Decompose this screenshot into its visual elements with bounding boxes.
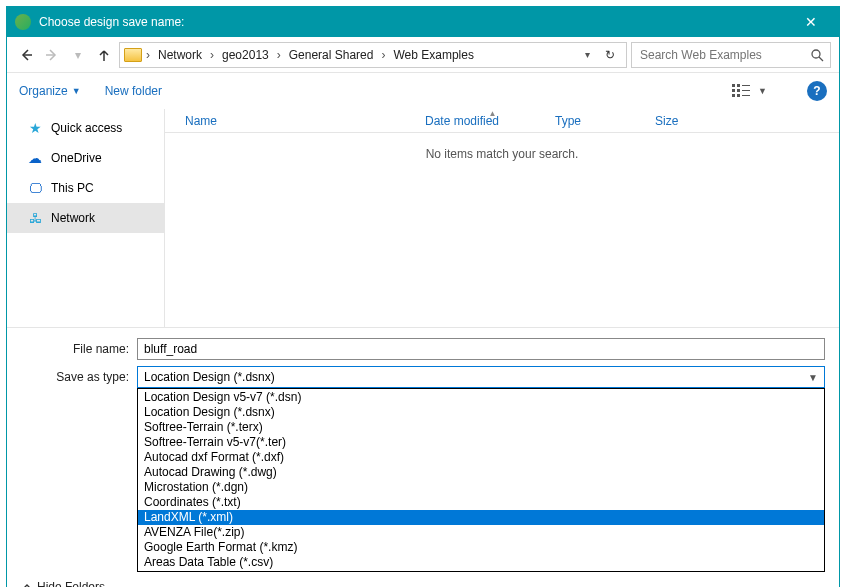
svg-rect-4 (737, 84, 740, 87)
format-option[interactable]: Microstation (*.dgn) (138, 480, 824, 495)
col-size[interactable]: Size (655, 114, 745, 128)
tree-network[interactable]: 🖧 Network (7, 203, 164, 233)
new-folder-button[interactable]: New folder (105, 84, 162, 98)
dialog-title: Choose design save name: (39, 15, 791, 29)
format-option[interactable]: AVENZA File(*.zip) (138, 525, 824, 540)
view-options-button[interactable]: ▼ (732, 83, 767, 99)
search-icon[interactable] (810, 48, 824, 62)
tree-onedrive[interactable]: ☁ OneDrive (7, 143, 164, 173)
chevron-down-icon: ▼ (808, 372, 818, 383)
refresh-icon[interactable]: ↻ (598, 48, 622, 62)
svg-point-0 (812, 50, 820, 58)
forward-button[interactable] (41, 44, 63, 66)
chevron-down-icon: ▼ (72, 86, 81, 96)
tree-this-pc[interactable]: 🖵 This PC (7, 173, 164, 203)
sort-ascending-icon: ▲ (489, 109, 497, 118)
organize-button[interactable]: Organize▼ (19, 84, 81, 98)
format-option[interactable]: Google Earth Format (*.kmz) (138, 540, 824, 555)
search-box[interactable] (631, 42, 831, 68)
svg-rect-7 (742, 85, 750, 86)
svg-rect-5 (737, 89, 740, 92)
saveas-combo[interactable]: Location Design (*.dsnx) ▼ (137, 366, 825, 388)
help-button[interactable]: ? (807, 81, 827, 101)
format-option[interactable]: Autocad Drawing (*.dwg) (138, 465, 824, 480)
format-option[interactable]: Autocad dxf Format (*.dxf) (138, 450, 824, 465)
chevron-down-icon: ▼ (758, 86, 767, 96)
format-option[interactable]: Softree-Terrain v5-v7(*.ter) (138, 435, 824, 450)
crumb-general-shared[interactable]: General Shared (285, 46, 378, 64)
cloud-icon: ☁ (27, 150, 43, 166)
svg-rect-3 (732, 94, 735, 97)
nav-tree: ★ Quick access ☁ OneDrive 🖵 This PC 🖧 Ne… (7, 109, 165, 327)
file-list: ▲ Name Date modified Type Size No items … (165, 109, 839, 327)
filename-input[interactable] (137, 338, 825, 360)
saveas-dropdown: Location Design v5-v7 (*.dsn)Location De… (137, 388, 825, 572)
star-icon: ★ (27, 120, 43, 136)
tree-quick-access[interactable]: ★ Quick access (7, 113, 164, 143)
format-option[interactable]: Location Design (*.dsnx) (138, 405, 824, 420)
saveas-label: Save as type: (21, 370, 137, 384)
nav-bar: ▾ › Network › geo2013 › General Shared ›… (7, 37, 839, 73)
titlebar: Choose design save name: ✕ (7, 7, 839, 37)
network-icon: 🖧 (27, 210, 43, 226)
col-name[interactable]: Name (165, 114, 425, 128)
column-headers: Name Date modified Type Size (165, 109, 839, 133)
crumb-network[interactable]: Network (154, 46, 206, 64)
recent-dropdown[interactable]: ▾ (67, 44, 89, 66)
body: ★ Quick access ☁ OneDrive 🖵 This PC 🖧 Ne… (7, 109, 839, 327)
svg-rect-8 (742, 90, 750, 91)
chevron-right-icon: › (144, 48, 152, 62)
address-bar[interactable]: › Network › geo2013 › General Shared › W… (119, 42, 627, 68)
chevron-right-icon: › (379, 48, 387, 62)
format-option[interactable]: Coordinates (*.txt) (138, 495, 824, 510)
svg-rect-9 (742, 95, 750, 96)
format-option[interactable]: LandXML (*.xml) (138, 510, 824, 525)
close-icon[interactable]: ✕ (791, 14, 831, 30)
chevron-right-icon: › (275, 48, 283, 62)
col-type[interactable]: Type (555, 114, 655, 128)
format-option[interactable]: Location Design v5-v7 (*.dsn) (138, 390, 824, 405)
format-option[interactable]: Areas Data Table (*.csv) (138, 555, 824, 570)
address-dropdown-icon[interactable]: ▾ (585, 49, 590, 60)
svg-rect-2 (732, 89, 735, 92)
hide-folders-button[interactable]: Hide Folders (21, 580, 105, 587)
filename-label: File name: (21, 342, 137, 356)
toolbar: Organize▼ New folder ▼ ? (7, 73, 839, 109)
app-icon (15, 14, 31, 30)
svg-rect-1 (732, 84, 735, 87)
back-button[interactable] (15, 44, 37, 66)
format-option[interactable]: Softree-Terrain (*.terx) (138, 420, 824, 435)
monitor-icon: 🖵 (27, 180, 43, 196)
search-input[interactable] (638, 47, 810, 63)
save-dialog: Choose design save name: ✕ ▾ › Network ›… (6, 6, 840, 587)
up-button[interactable] (93, 44, 115, 66)
chevron-right-icon: › (208, 48, 216, 62)
crumb-web-examples[interactable]: Web Examples (389, 46, 477, 64)
dropdown-list[interactable]: Location Design v5-v7 (*.dsn)Location De… (137, 388, 825, 572)
empty-message: No items match your search. (165, 133, 839, 161)
folder-icon (124, 48, 142, 62)
bottom-panel: File name: Save as type: Location Design… (7, 327, 839, 587)
view-icon (732, 83, 754, 99)
svg-rect-6 (737, 94, 740, 97)
chevron-up-icon (21, 581, 33, 587)
crumb-geo2013[interactable]: geo2013 (218, 46, 273, 64)
